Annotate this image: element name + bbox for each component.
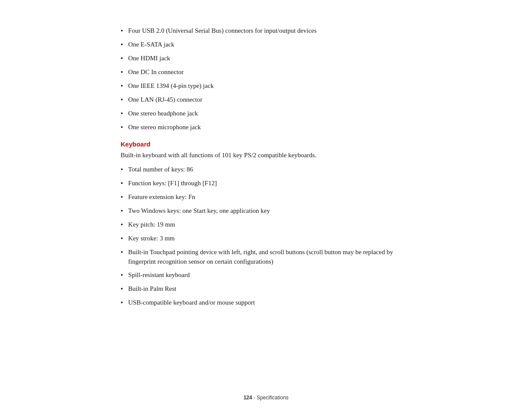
list-item: One HDMI jack — [121, 53, 411, 64]
page-number: 124 — [243, 395, 252, 401]
list-item: One stereo headphone jack — [121, 109, 411, 119]
list-item: One IEEE 1394 (4-pin type) jack — [121, 81, 411, 91]
list-item: Four USB 2.0 (Universal Serial Bus) conn… — [121, 26, 411, 36]
page-footer: 124 - Specifications — [0, 388, 532, 411]
connectors-list: Four USB 2.0 (Universal Serial Bus) conn… — [121, 26, 411, 133]
list-item: One LAN (RJ-45) connector — [121, 95, 411, 105]
keyboard-heading: Keyboard — [121, 140, 411, 148]
keyboard-description: Built-in keyboard with all functions of … — [121, 150, 411, 160]
keyboard-section: Keyboard Built-in keyboard with all func… — [121, 140, 411, 308]
list-item: Key pitch: 19 mm — [121, 220, 411, 230]
list-item: USB-compatible keyboard and/or mouse sup… — [121, 298, 411, 308]
list-item: One DC In connector — [121, 67, 411, 78]
list-item: One stereo microphone jack — [121, 122, 411, 133]
list-item: Key stroke: 3 mm — [121, 234, 411, 244]
list-item: Feature extension key: Fn — [121, 192, 411, 202]
list-item: One E-SATA jack — [121, 40, 411, 50]
footer-section: Specifications — [257, 395, 289, 401]
list-item: Function keys: [F1] through [F12] — [121, 178, 411, 189]
list-item: Two Windows keys: one Start key, one app… — [121, 206, 411, 216]
list-item: Total number of keys: 86 — [121, 165, 411, 175]
list-item: Built-in Touchpad pointing device with l… — [121, 247, 411, 267]
page-content: Four USB 2.0 (Universal Serial Bus) conn… — [0, 0, 532, 388]
keyboard-list: Total number of keys: 86Function keys: [… — [121, 165, 411, 308]
list-item: Spill-resistant keyboard — [121, 270, 411, 280]
footer-separator: - — [252, 395, 257, 401]
list-item: Built-in Palm Rest — [121, 284, 411, 294]
